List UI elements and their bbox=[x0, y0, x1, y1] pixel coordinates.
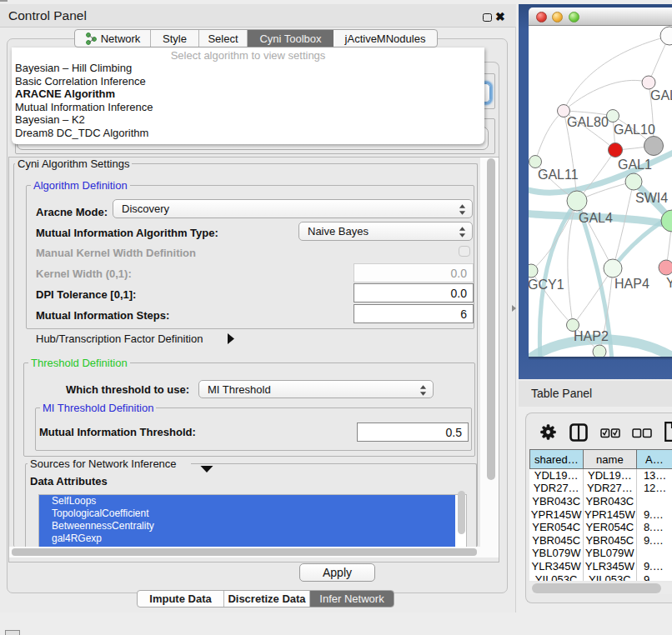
svg-text:HAP2: HAP2 bbox=[574, 329, 609, 343]
svg-text:GAL: GAL bbox=[650, 88, 672, 102]
svg-text:GAL80: GAL80 bbox=[567, 115, 609, 129]
svg-text:GAL10: GAL10 bbox=[614, 122, 655, 137]
svg-text:Y: Y bbox=[666, 276, 672, 290]
svg-text:SWI4: SWI4 bbox=[635, 191, 668, 205]
svg-text:GAL4: GAL4 bbox=[579, 211, 613, 225]
svg-text:GCY1: GCY1 bbox=[529, 278, 564, 292]
svg-text:GAL11: GAL11 bbox=[538, 168, 579, 182]
svg-text:GAL1: GAL1 bbox=[618, 158, 652, 172]
svg-text:HAP4: HAP4 bbox=[614, 277, 649, 291]
